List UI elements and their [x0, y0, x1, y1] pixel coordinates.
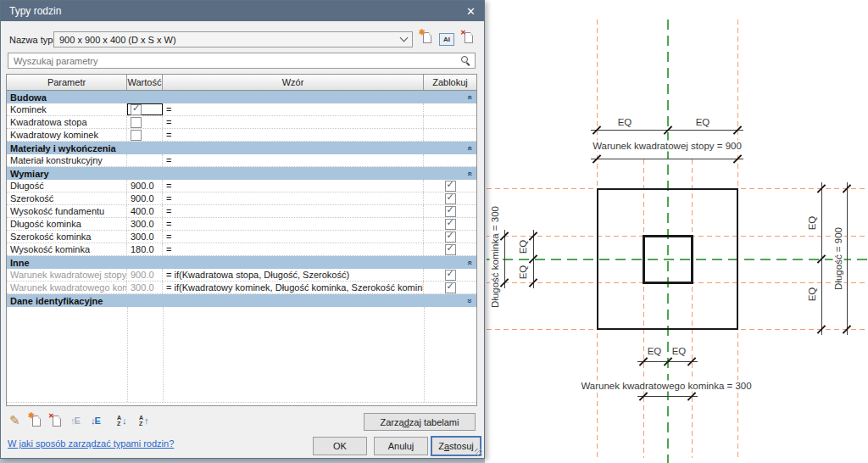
dimension-label-eq: EQ — [645, 346, 665, 357]
param-formula[interactable]: = — [163, 192, 424, 204]
collapse-icon[interactable]: « — [465, 146, 474, 151]
lock-checkbox-checked[interactable]: ✓ — [445, 244, 456, 255]
checkbox-unchecked[interactable] — [131, 130, 142, 141]
table-row[interactable]: Długość kominka 300.0 = ✓ — [7, 218, 476, 231]
new-type-button[interactable]: ✱ — [420, 30, 434, 45]
table-row[interactable]: Kominek ✓ = — [7, 103, 476, 116]
header-formula[interactable]: Wzór — [163, 75, 424, 90]
lock-checkbox-checked[interactable]: ✓ — [445, 232, 456, 243]
dimension-line — [847, 182, 848, 335]
section-row-wymiary[interactable]: Wymiary « — [7, 167, 476, 180]
collapse-icon[interactable]: « — [465, 260, 474, 265]
dimension-label-eq: EQ — [518, 263, 529, 282]
section-row-inne[interactable]: Inne « — [7, 256, 476, 269]
checkbox-checked[interactable]: ✓ — [131, 104, 142, 115]
type-name-dropdown[interactable]: 900 x 900 x 400 (D x S x W) — [53, 31, 413, 47]
param-value-cell[interactable] — [127, 154, 163, 166]
lock-checkbox-checked[interactable]: ✓ — [445, 206, 456, 217]
table-row[interactable]: Kwadratowa stopa = — [7, 116, 476, 129]
param-lock-cell[interactable]: ✓ — [424, 180, 476, 192]
lock-checkbox-checked[interactable]: ✓ — [445, 282, 456, 293]
table-row[interactable]: Wysokość fundamentu 400.0 = ✓ — [7, 205, 476, 218]
table-row[interactable]: Szerokość kominka 300.0 = ✓ — [7, 231, 476, 243]
param-lock-cell[interactable]: ✓ — [424, 192, 476, 204]
header-parameter[interactable]: Parametr — [7, 75, 127, 90]
apply-button[interactable]: Zastosuj — [431, 436, 481, 456]
param-value-cell[interactable] — [127, 129, 163, 141]
param-formula[interactable]: = — [163, 243, 424, 255]
edit-parameter-button[interactable]: ✎ — [9, 413, 20, 428]
collapse-icon[interactable]: « — [465, 95, 474, 100]
lock-checkbox-checked[interactable]: ✓ — [445, 270, 456, 281]
expand-icon[interactable]: « — [465, 298, 474, 304]
sort-descending-button[interactable]: AZ↑ — [139, 413, 149, 428]
sort-ascending-button[interactable]: AZ↓ — [117, 413, 127, 428]
param-lock-cell[interactable]: ✓ — [424, 243, 476, 255]
cancel-button[interactable]: Anuluj — [374, 437, 428, 455]
parameter-search-box[interactable] — [8, 53, 476, 69]
dimension-label: Długość = 900 — [833, 225, 844, 293]
help-link[interactable]: W jaki sposób zarządzać typami rodzin? — [8, 438, 174, 449]
param-formula[interactable]: = — [163, 231, 424, 243]
param-name: Kwadratowy kominek — [7, 129, 127, 141]
move-down-icon: ↓E — [91, 416, 100, 426]
dialog-title-bar[interactable]: Typy rodzin ✕ — [1, 1, 484, 21]
param-lock-cell[interactable]: ✓ — [424, 218, 476, 230]
move-up-button[interactable]: ↑E — [70, 413, 80, 428]
close-icon[interactable]: ✕ — [466, 5, 476, 18]
table-empty-area — [7, 307, 476, 405]
dialog-title: Typy rodzin — [9, 5, 61, 17]
new-parameter-button[interactable]: ✱ — [29, 413, 43, 428]
param-name: Szerokość kominka — [7, 231, 127, 243]
rename-type-button[interactable]: AI — [439, 31, 454, 47]
section-row-budowa[interactable]: Budowa « — [7, 91, 476, 103]
table-row[interactable]: Warunek kwadratowego kominka 300.0 = if(… — [7, 282, 476, 294]
param-formula[interactable]: = — [163, 103, 424, 115]
param-value-cell[interactable]: 900.0 — [127, 180, 163, 192]
search-icon — [461, 56, 471, 66]
param-formula[interactable]: = — [163, 129, 424, 141]
table-row[interactable]: Warunek kwadratowej stopy 900.0 = if(Kwa… — [7, 269, 476, 282]
param-formula[interactable]: = if(Kwadratowy kominek, Długość kominka… — [163, 282, 424, 293]
param-value-cell[interactable]: 900.0 — [127, 192, 163, 204]
lock-checkbox-checked[interactable]: ✓ — [445, 219, 456, 230]
header-value[interactable]: Wartość — [127, 75, 163, 90]
ok-button[interactable]: OK — [313, 437, 367, 455]
param-formula[interactable]: = — [163, 180, 424, 192]
lock-checkbox-checked[interactable]: ✓ — [445, 193, 456, 204]
header-lock[interactable]: Zablokuj — [424, 75, 476, 90]
table-row[interactable]: Szerokość 900.0 = ✓ — [7, 192, 476, 205]
manage-tables-button[interactable]: Zarządzaj tabelami — [364, 413, 476, 431]
param-value-cell[interactable]: 300.0 — [127, 218, 163, 230]
search-input[interactable] — [12, 54, 453, 67]
param-value-cell[interactable]: 300.0 — [127, 231, 163, 243]
param-formula[interactable]: = — [163, 116, 424, 128]
param-formula[interactable]: = — [163, 205, 424, 217]
param-value-cell[interactable] — [127, 116, 163, 128]
resize-grip[interactable] — [475, 449, 482, 456]
move-down-button[interactable]: ↓E — [91, 413, 100, 428]
param-value-cell[interactable]: 180.0 — [127, 243, 163, 255]
param-formula[interactable]: = if(Kwadratowa stopa, Długość, Szerokoś… — [163, 269, 424, 281]
checkbox-unchecked[interactable] — [131, 117, 142, 128]
new-page-icon: ✱ — [29, 414, 43, 428]
param-lock-cell[interactable]: ✓ — [424, 269, 476, 281]
param-formula[interactable]: = — [163, 154, 424, 166]
param-value-cell[interactable]: 400.0 — [127, 205, 163, 217]
param-lock-cell[interactable]: ✓ — [424, 282, 476, 293]
param-value-cell[interactable]: ✓ — [127, 103, 163, 115]
table-row[interactable]: Materiał konstrukcyjny = — [7, 154, 476, 167]
section-row-materialy[interactable]: Materiały i wykończenia « — [7, 142, 476, 154]
section-row-dane-identyfikacyjne[interactable]: Dane identyfikacyjne « — [7, 294, 476, 307]
collapse-icon[interactable]: « — [465, 171, 474, 176]
param-formula[interactable]: = — [163, 218, 424, 230]
table-row[interactable]: Wysokość kominka 180.0 = ✓ — [7, 243, 476, 256]
table-row[interactable]: Kwadratowy kominek = — [7, 129, 476, 142]
table-row[interactable]: Długość 900.0 = ✓ — [7, 180, 476, 192]
delete-type-button[interactable]: ✕ — [461, 30, 476, 45]
param-lock-cell[interactable]: ✓ — [424, 231, 476, 243]
delete-page-icon: ✕ — [461, 31, 476, 45]
param-lock-cell[interactable]: ✓ — [424, 205, 476, 217]
delete-parameter-button[interactable]: ✕ — [49, 413, 64, 428]
lock-checkbox-checked[interactable]: ✓ — [445, 181, 456, 192]
